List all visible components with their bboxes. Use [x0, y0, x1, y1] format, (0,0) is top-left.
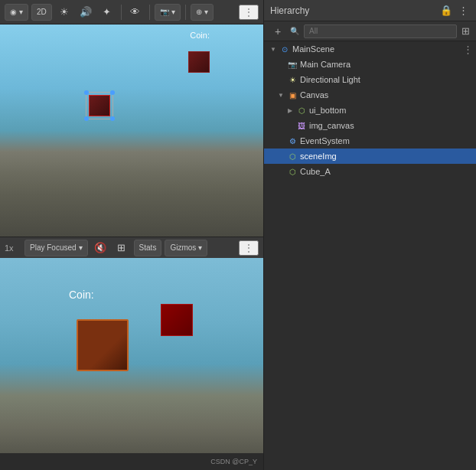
hierarchy-item-mainscene[interactable]: ▼ ⊙ MainScene ⋮ [264, 41, 476, 57]
chevron-down-icon: ▾ [19, 8, 23, 16]
play-focused-label: Play Focused [30, 243, 77, 252]
game-coin-label: Coin: [69, 289, 94, 301]
play-focused-chevron-icon: ▾ [79, 243, 83, 252]
game-toolbar-more-btn[interactable]: ⋮ [239, 240, 259, 256]
toolbar-separator-2 [149, 5, 150, 20]
2d-toggle-btn[interactable]: 2D [31, 4, 52, 21]
cube-a-object-icon: ⬡ [287, 166, 298, 177]
overlays-icon: ⊕ [196, 8, 202, 16]
cube-a-label: Cube_A [300, 167, 331, 176]
img-canvas-object-icon: 🖼 [296, 120, 307, 131]
img-canvas-label: img_canvas [309, 121, 354, 130]
lighting-icon-btn[interactable]: ☀ [55, 3, 73, 21]
hierarchy-item-cube-a[interactable]: ▶ ⬡ Cube_A [264, 164, 476, 179]
hierarchy-panel: Hierarchy 🔒 ⋮ + 🔍 ⊞ ▼ ⊙ MainScene ⋮ ▶ 📷 [264, 0, 476, 470]
directional-light-label: Directional Light [300, 75, 360, 84]
game-view: Coin: CSDN @CP_Y [0, 258, 263, 470]
hierarchy-header: Hierarchy 🔒 ⋮ [264, 0, 476, 21]
hidden-objects-btn[interactable]: 👁 [126, 3, 145, 21]
scene-cube-object[interactable] [188, 51, 210, 73]
mainscene-scene-icon: ⊙ [279, 44, 290, 54]
ui-bottom-label: ui_bottom [309, 106, 346, 115]
left-panel: ◉ ▾ 2D ☀ 🔊 ✦ 👁 📷 ▾ ⊕ [0, 0, 264, 470]
mainscene-arrow-icon: ▼ [269, 44, 278, 54]
shading-icon: ◉ [10, 8, 17, 16]
hierarchy-item-eventsystem[interactable]: ▶ ⚙ EventSystem [264, 133, 476, 149]
toolbar-separator-3 [185, 5, 186, 20]
game-cube-red[interactable] [161, 304, 193, 336]
scene-coin-label: Coin: [190, 31, 210, 40]
hierarchy-item-canvas[interactable]: ▼ ▣ Canvas [264, 87, 476, 103]
hierarchy-item-img-canvas[interactable]: ▶ 🖼 img_canvas [264, 118, 476, 133]
audio-icon-btn[interactable]: 🔊 [77, 3, 95, 21]
game-cube-brown[interactable] [77, 319, 129, 371]
scene-toolbar: ◉ ▾ 2D ☀ 🔊 ✦ 👁 📷 ▾ ⊕ [0, 0, 263, 24]
eventsystem-label: EventSystem [300, 136, 350, 145]
camera-object-icon: 📷 [287, 59, 298, 70]
scene-bottom-toolbar: 1x Play Focused ▾ 🔇 ⊞ Stats Gizmos ▾ ⋮ [0, 237, 263, 258]
canvas-object-icon: ▣ [287, 90, 298, 100]
camera-icon: 📷 [160, 8, 169, 16]
canvas-label: Canvas [300, 90, 328, 100]
hierarchy-lock-icon[interactable]: 🔒 [439, 3, 454, 18]
stats-label: Stats [139, 243, 157, 252]
ui-bottom-arrow-icon: ▶ [285, 106, 295, 115]
scene-background: Coin: [0, 24, 263, 237]
resolution-btn[interactable]: ⊞ [112, 239, 131, 257]
hierarchy-item-sceneimg[interactable]: ▶ ⬡ sceneImg [264, 149, 476, 164]
ui-bottom-object-icon: ⬡ [296, 105, 307, 116]
canvas-arrow-icon: ▼ [276, 90, 285, 100]
watermark-bar: CSDN @CP_Y [0, 453, 263, 470]
handle-top-right[interactable] [110, 90, 115, 95]
hierarchy-layout-icon[interactable]: ⊞ [460, 24, 471, 38]
mute-audio-btn[interactable]: 🔇 [91, 239, 109, 257]
hierarchy-search-input[interactable] [304, 24, 457, 38]
scene-view: Coin: [0, 24, 263, 237]
hierarchy-item-ui-bottom[interactable]: ▶ ⬡ ui_bottom [264, 103, 476, 118]
overlays-btn[interactable]: ⊕ ▾ [191, 4, 214, 21]
stats-btn[interactable]: Stats [134, 240, 162, 256]
gizmos-label: Gizmos [170, 243, 196, 252]
gizmos-btn[interactable]: Gizmos ▾ [165, 240, 207, 256]
camera-btn[interactable]: 📷 ▾ [155, 4, 181, 21]
mainscene-options-icon[interactable]: ⋮ [463, 44, 476, 55]
light-object-icon: ☀ [287, 74, 298, 85]
hierarchy-add-btn[interactable]: + [269, 22, 287, 41]
effects-icon-btn[interactable]: ✦ [98, 3, 116, 21]
scene-toolbar-more-btn[interactable]: ⋮ [239, 5, 259, 20]
camera-chevron-icon: ▾ [171, 8, 175, 16]
watermark-text: CSDN @CP_Y [210, 458, 257, 465]
hierarchy-title: Hierarchy [270, 5, 435, 16]
hierarchy-more-icon[interactable]: ⋮ [457, 3, 470, 18]
hierarchy-content: ▼ ⊙ MainScene ⋮ ▶ 📷 Main Camera ▶ ☀ Dire… [264, 41, 476, 470]
scene-selected-cube [89, 95, 110, 116]
sceneimg-label: sceneImg [300, 152, 337, 161]
shading-mode-btn[interactable]: ◉ ▾ [5, 4, 28, 21]
hierarchy-search-bar: + 🔍 ⊞ [264, 21, 476, 41]
eventsystem-object-icon: ⚙ [287, 135, 298, 146]
scene-selected-object[interactable] [86, 92, 113, 119]
hierarchy-item-main-camera[interactable]: ▶ 📷 Main Camera [264, 57, 476, 72]
mainscene-label: MainScene [292, 44, 334, 54]
hierarchy-item-directional-light[interactable]: ▶ ☀ Directional Light [264, 72, 476, 87]
handle-bottom-left[interactable] [84, 116, 89, 121]
search-icon: 🔍 [290, 27, 299, 35]
play-focused-btn[interactable]: Play Focused ▾ [24, 240, 88, 256]
toolbar-separator [121, 5, 122, 20]
handle-bottom-right[interactable] [110, 116, 115, 121]
zoom-label: 1x [5, 243, 21, 253]
sceneimg-object-icon: ⬡ [287, 151, 298, 162]
overlays-chevron-icon: ▾ [204, 8, 208, 16]
gizmos-chevron-icon: ▾ [198, 243, 202, 252]
main-camera-label: Main Camera [300, 60, 350, 69]
